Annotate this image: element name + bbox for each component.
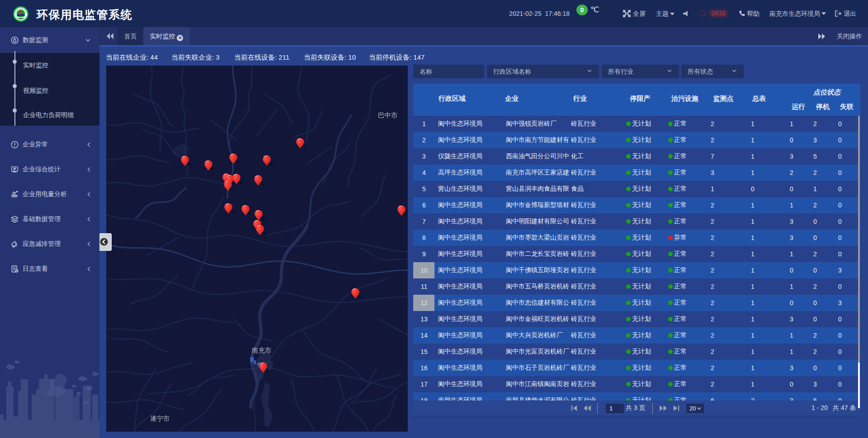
svg-text:南充市: 南充市 — [252, 347, 272, 354]
svg-text:遂宁市: 遂宁市 — [150, 415, 170, 422]
svg-text:巴中市: 巴中市 — [378, 112, 398, 119]
